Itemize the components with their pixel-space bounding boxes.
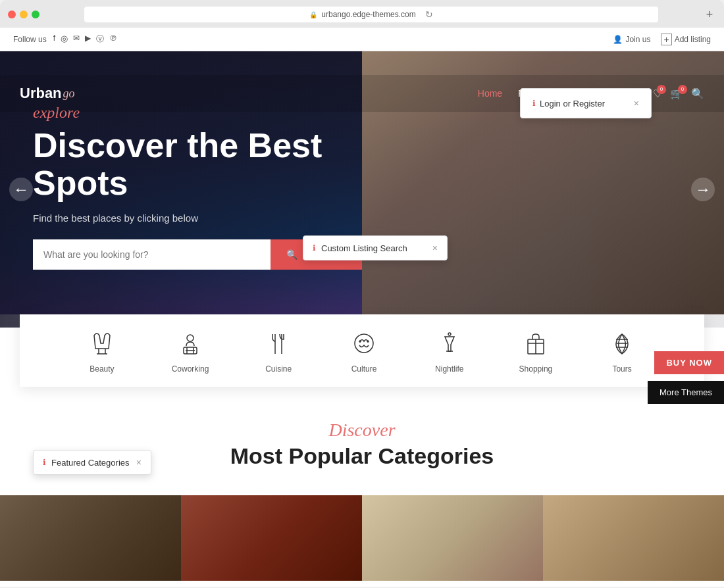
topbar-left: Follow us f ◎ ✉ ▶ ⓥ ℗ — [13, 34, 117, 45]
topbar-right: 👤 Join us + Add listing — [613, 34, 711, 45]
logo-urban-text: Urban — [20, 85, 62, 102]
browser-chrome: 🔒 urbango.edge-themes.com ↻ + — [0, 0, 724, 28]
shopping-icon — [520, 328, 552, 359]
maximize-dot[interactable] — [32, 11, 39, 18]
shopping-label: Shopping — [519, 364, 553, 374]
search-tooltip-label: Custom Listing Search — [321, 243, 427, 253]
category-card-2[interactable] — [181, 495, 362, 581]
tours-label: Tours — [612, 364, 631, 374]
url-text: urbango.edge-themes.com — [321, 10, 415, 19]
browser-dots — [8, 11, 39, 18]
nav-icons: ♡0 🛒0 🔍 — [653, 87, 704, 100]
login-tooltip-label[interactable]: Login or Register — [540, 99, 634, 109]
hero-search-input[interactable] — [33, 239, 271, 270]
pinterest-icon[interactable]: ℗ — [109, 34, 117, 45]
more-themes-button[interactable]: More Themes — [648, 381, 724, 404]
instagram-icon[interactable]: ◎ — [61, 34, 68, 45]
social-icons: f ◎ ✉ ▶ ⓥ ℗ — [53, 34, 117, 45]
tours-icon — [606, 328, 638, 359]
culture-icon — [348, 328, 380, 359]
category-shopping[interactable]: Shopping — [519, 328, 553, 374]
logo[interactable]: Urbango — [20, 85, 75, 102]
featured-tooltip-close[interactable]: × — [136, 457, 142, 468]
popular-discover-text: Discover — [0, 420, 724, 441]
featured-info-icon: ℹ — [43, 458, 46, 467]
new-tab-button[interactable]: + — [703, 8, 716, 21]
nightlife-icon — [434, 328, 465, 359]
svg-point-15 — [367, 341, 369, 342]
hero-section: Urbango Home Pages ▾ Listings Pricing ♡0… — [0, 51, 724, 328]
youtube-icon[interactable]: ▶ — [85, 34, 91, 45]
vimeo-icon[interactable]: ⓥ — [96, 34, 104, 45]
logo-script-text: go — [63, 87, 75, 101]
search-btn-icon: 🔍 — [286, 249, 298, 260]
category-grid — [0, 495, 724, 581]
login-tooltip: ℹ Login or Register × — [520, 88, 652, 118]
category-card-4[interactable] — [543, 495, 724, 581]
search-icon[interactable]: 🔍 — [691, 87, 704, 100]
svg-point-14 — [359, 341, 361, 342]
minimize-dot[interactable] — [20, 11, 28, 18]
facebook-icon[interactable]: f — [53, 34, 55, 45]
category-nightlife[interactable]: Nightlife — [434, 328, 465, 374]
category-tours[interactable]: Tours — [606, 328, 638, 374]
buy-now-button[interactable]: BUY NOW — [654, 351, 724, 374]
featured-tooltip-label: Featured Categories — [51, 458, 131, 468]
category-culture[interactable]: Culture — [348, 328, 380, 374]
topbar: Follow us f ◎ ✉ ▶ ⓥ ℗ 👤 Join us + Add li… — [0, 28, 724, 51]
add-listing-button[interactable]: + Add listing — [661, 34, 711, 45]
cuisine-label: Cuisine — [265, 364, 292, 374]
plus-icon: + — [661, 34, 671, 45]
browser-titlebar: 🔒 urbango.edge-themes.com ↻ + — [0, 7, 724, 28]
person-icon: 👤 — [613, 35, 623, 44]
coworking-icon — [174, 328, 206, 359]
website-content: Follow us f ◎ ✉ ▶ ⓥ ℗ 👤 Join us + Add li… — [0, 28, 724, 587]
lock-icon: 🔒 — [309, 11, 317, 18]
hero-title-line1: Discover the Best — [33, 126, 322, 164]
search-tooltip: ℹ Custom Listing Search × — [303, 235, 448, 260]
wishlist-badge: 0 — [657, 85, 666, 94]
coworking-label: Coworking — [172, 364, 209, 374]
login-tooltip-close[interactable]: × — [634, 98, 639, 109]
join-label: Join us — [625, 35, 650, 44]
featured-tooltip: ℹ Featured Categories × — [33, 450, 151, 475]
hero-subtitle: Find the best places by clicking below — [33, 212, 362, 224]
refresh-icon[interactable]: ↻ — [425, 9, 433, 20]
email-icon[interactable]: ✉ — [73, 34, 80, 45]
nav-home[interactable]: Home — [478, 88, 502, 99]
hero-prev-arrow[interactable]: ← — [9, 178, 33, 201]
hero-title: Discover the Best Spots — [33, 127, 362, 202]
culture-label: Culture — [351, 364, 377, 374]
add-listing-label: Add listing — [675, 35, 711, 44]
category-card-1[interactable] — [0, 495, 181, 581]
hero-next-arrow[interactable]: → — [691, 178, 715, 201]
follow-label: Follow us — [13, 35, 47, 44]
categories-bar: Beauty Coworking — [20, 314, 704, 387]
search-info-icon: ℹ — [313, 243, 316, 253]
close-dot[interactable] — [8, 11, 16, 18]
info-icon: ℹ — [532, 99, 536, 108]
hero-title-line2: Spots — [33, 164, 128, 202]
login-tooltip-header: ℹ Login or Register × — [532, 98, 639, 109]
svg-point-13 — [355, 334, 373, 353]
svg-point-17 — [448, 333, 451, 335]
svg-point-3 — [187, 335, 194, 341]
category-card-3[interactable] — [362, 495, 543, 581]
join-button[interactable]: 👤 Join us — [613, 35, 650, 44]
category-beauty[interactable]: Beauty — [86, 328, 118, 374]
cuisine-icon — [263, 328, 294, 359]
wishlist-icon[interactable]: ♡0 — [653, 87, 662, 100]
category-coworking[interactable]: Coworking — [172, 328, 209, 374]
beauty-icon — [86, 328, 118, 359]
cart-badge: 0 — [678, 85, 687, 94]
address-bar[interactable]: 🔒 urbango.edge-themes.com ↻ — [84, 7, 658, 22]
nightlife-label: Nightlife — [435, 364, 463, 374]
beauty-label: Beauty — [90, 364, 114, 374]
search-tooltip-close[interactable]: × — [432, 243, 438, 253]
cart-icon[interactable]: 🛒0 — [670, 87, 683, 100]
category-cuisine[interactable]: Cuisine — [263, 328, 294, 374]
